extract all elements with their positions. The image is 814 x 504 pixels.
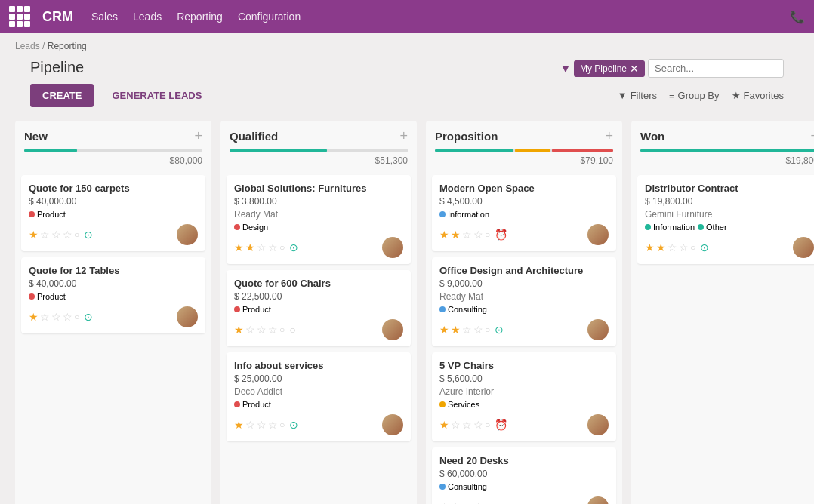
nav-reporting[interactable]: Reporting — [177, 11, 223, 23]
star-icon[interactable]: ☆ — [473, 501, 483, 504]
col-add-icon[interactable]: + — [399, 128, 408, 144]
star-icon[interactable]: ☆ — [257, 419, 267, 431]
kanban-card[interactable]: Office Design and Architecture $ 9,000.0… — [432, 257, 616, 346]
star-icon[interactable]: ☆ — [473, 419, 483, 431]
kanban-card[interactable]: Quote for 12 Tables $ 40,000.00 Product … — [21, 257, 205, 333]
generate-leads-button[interactable]: GENERATE LEADS — [112, 90, 202, 101]
avatar — [793, 237, 814, 258]
my-pipeline-filter-tag[interactable]: My Pipeline ✕ — [574, 60, 645, 77]
star-icon[interactable]: ☆ — [439, 501, 449, 504]
activity-icon: ⊙ — [495, 501, 504, 504]
card-rating: ★★☆☆○ ⊙ — [439, 324, 504, 336]
star-icon[interactable]: ☆ — [40, 311, 50, 323]
star-icon[interactable]: ★ — [245, 241, 255, 254]
star-icon[interactable]: ☆ — [462, 419, 472, 431]
kanban-card[interactable]: Distributor Contract $ 19,800.00 Gemini … — [637, 175, 814, 264]
kanban-card[interactable]: Modern Open Space $ 4,500.00 Information… — [432, 175, 616, 251]
filters-button[interactable]: ▼ Filters — [618, 90, 657, 101]
circle-star-icon[interactable]: ○ — [279, 324, 285, 335]
card-amount: $ 25,000.00 — [234, 373, 403, 384]
groupby-button[interactable]: ≡ Group By — [669, 90, 720, 101]
avatar — [587, 224, 609, 245]
card-tag: Product — [234, 304, 271, 315]
filter-tag-close[interactable]: ✕ — [630, 63, 639, 75]
col-add-icon[interactable]: + — [194, 128, 202, 144]
star-icon[interactable]: ☆ — [257, 241, 267, 254]
card-rating: ★★☆☆○ ⊙ — [234, 241, 298, 254]
star-icon[interactable]: ☆ — [63, 229, 72, 241]
card-rating: ☆☆☆☆○ ⊙ — [439, 501, 504, 504]
col-amount: $51,300 — [220, 155, 417, 172]
star-icon[interactable]: ★ — [29, 311, 39, 323]
circle-star-icon[interactable]: ○ — [74, 229, 79, 240]
activity-icon: ⊙ — [84, 311, 93, 323]
nav-links: Sales Leads Reporting Configuration — [91, 11, 301, 23]
circle-star-icon[interactable]: ○ — [279, 242, 285, 253]
star-icon[interactable]: ☆ — [40, 229, 50, 241]
circle-star-icon[interactable]: ○ — [485, 229, 490, 240]
star-icon[interactable]: ☆ — [268, 241, 278, 254]
star-icon[interactable]: ★ — [234, 241, 244, 254]
circle-star-icon[interactable]: ○ — [74, 312, 79, 322]
card-tag: Product — [29, 209, 66, 220]
star-icon[interactable]: ☆ — [257, 324, 267, 336]
star-icon[interactable]: ★ — [451, 324, 461, 336]
breadcrumb-leads[interactable]: Leads — [15, 41, 40, 51]
star-icon[interactable]: ★ — [234, 419, 244, 431]
favorites-button[interactable]: ★ Favorites — [732, 90, 784, 101]
star-icon[interactable]: ☆ — [51, 311, 61, 323]
star-icon[interactable]: ☆ — [462, 229, 472, 241]
app-grid-icon[interactable] — [9, 6, 30, 27]
star-icon[interactable]: ☆ — [473, 324, 483, 336]
breadcrumb-reporting[interactable]: Reporting — [48, 41, 87, 51]
nav-leads[interactable]: Leads — [133, 11, 162, 23]
star-icon[interactable]: ★ — [439, 419, 449, 431]
card-company: Ready Mat — [234, 209, 403, 220]
kanban-card[interactable]: 5 VP Chairs $ 5,600.00 Azure Interior Se… — [432, 352, 616, 441]
col-amount: $80,000 — [15, 155, 211, 172]
star-icon[interactable]: ☆ — [462, 501, 472, 504]
kanban-card[interactable]: Global Solutions: Furnitures $ 3,800.00 … — [227, 175, 411, 264]
kanban-card[interactable]: Quote for 150 carpets $ 40,000.00 Produc… — [21, 175, 205, 251]
star-icon[interactable]: ★ — [439, 324, 449, 336]
phone-icon[interactable]: 📞 — [790, 10, 805, 24]
star-icon[interactable]: ☆ — [245, 419, 255, 431]
card-amount: $ 4,500.00 — [439, 196, 609, 207]
star-icon: ★ — [732, 90, 741, 101]
card-tag: Product — [234, 399, 271, 410]
nav-configuration[interactable]: Configuration — [238, 11, 301, 23]
star-icon[interactable]: ☆ — [473, 229, 483, 241]
activity-icon: ⊙ — [289, 419, 298, 431]
star-icon[interactable]: ☆ — [245, 324, 255, 336]
star-icon[interactable]: ☆ — [451, 419, 461, 431]
search-input[interactable] — [648, 59, 784, 78]
kanban-card[interactable]: Quote for 600 Chairs $ 22,500.00 Product… — [227, 270, 411, 346]
col-add-icon[interactable]: + — [810, 128, 814, 144]
star-icon[interactable]: ☆ — [268, 419, 278, 431]
kanban-card[interactable]: Need 20 Desks $ 60,000.00 Consulting ☆☆☆… — [432, 447, 616, 504]
brand-logo: CRM — [42, 9, 73, 25]
star-icon[interactable]: ★ — [645, 241, 655, 254]
star-icon[interactable]: ★ — [451, 229, 461, 241]
star-icon[interactable]: ☆ — [268, 324, 278, 336]
star-icon[interactable]: ☆ — [668, 241, 677, 254]
nav-sales[interactable]: Sales — [91, 11, 118, 23]
star-icon[interactable]: ★ — [439, 229, 449, 241]
star-icon[interactable]: ★ — [234, 324, 244, 336]
circle-star-icon[interactable]: ○ — [485, 324, 490, 335]
kanban-card[interactable]: Info about services $ 25,000.00 Deco Add… — [227, 352, 411, 441]
create-button[interactable]: CREATE — [30, 84, 94, 107]
star-icon[interactable]: ☆ — [63, 311, 72, 323]
card-tag: Product — [29, 291, 66, 302]
star-icon[interactable]: ☆ — [679, 241, 689, 254]
star-icon[interactable]: ☆ — [51, 229, 61, 241]
col-add-icon[interactable]: + — [605, 128, 613, 144]
col-title: Won — [640, 130, 810, 143]
circle-star-icon[interactable]: ○ — [485, 419, 490, 430]
circle-star-icon[interactable]: ○ — [279, 419, 285, 430]
circle-star-icon[interactable]: ○ — [690, 242, 695, 253]
star-icon[interactable]: ☆ — [462, 324, 472, 336]
star-icon[interactable]: ☆ — [451, 501, 461, 504]
star-icon[interactable]: ★ — [29, 229, 39, 241]
star-icon[interactable]: ★ — [656, 241, 666, 254]
